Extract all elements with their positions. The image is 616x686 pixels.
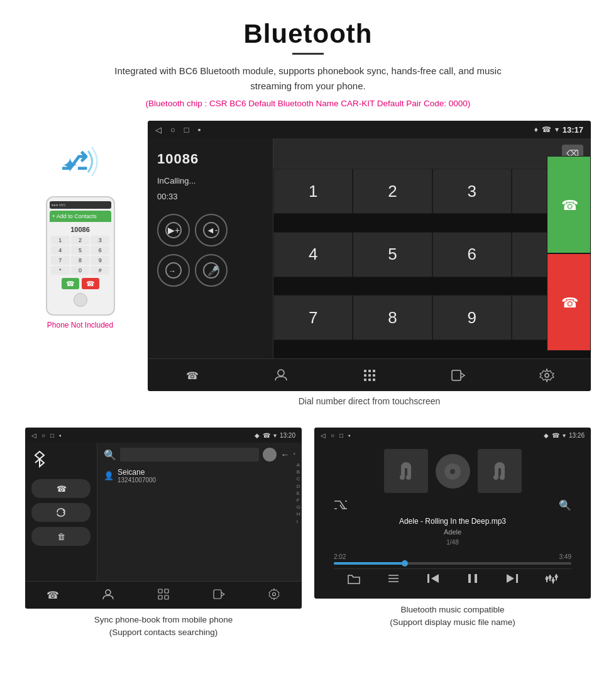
music-progress: 2:02 3:49 — [334, 553, 571, 565]
car-nav-settings[interactable] — [539, 368, 554, 383]
music-album-center — [436, 454, 470, 489]
svg-rect-15 — [373, 370, 375, 372]
page-title: Bluetooth — [25, 19, 591, 49]
pb-nav-grid[interactable] — [157, 588, 170, 603]
music-search-icon[interactable]: 🔍 — [559, 499, 571, 513]
pb-nav-settings[interactable] — [268, 588, 280, 603]
music-album-right — [478, 449, 522, 493]
svg-rect-43 — [427, 574, 429, 583]
pb-alphabet-index: ABCDEFGHI — [297, 462, 300, 525]
dial-key-7[interactable]: 7 — [273, 295, 353, 340]
menu-icon: ▪ — [198, 125, 201, 135]
svg-marker-42 — [431, 574, 439, 583]
music-prev-icon[interactable] — [426, 573, 440, 589]
car-right-icons: ♦ ☎ ▾ 13:17 — [534, 125, 583, 135]
phone-call-buttons: ☎ ☎ — [62, 278, 99, 289]
svg-rect-28 — [165, 589, 168, 593]
music-artist: Adele — [399, 527, 506, 538]
music-status-bar: ◁ ○ □ ▪ ◆ ☎ ▾ 13:26 — [314, 428, 591, 443]
svg-rect-13 — [364, 370, 366, 372]
pb-bottom-nav: ☎ — [25, 581, 302, 609]
svg-rect-45 — [475, 574, 477, 583]
car-nav-calls[interactable]: ☎ — [185, 368, 200, 383]
car-dialpad: ⌫ 1 2 3 * 4 5 6 0 7 — [273, 138, 591, 358]
dial-key-8[interactable]: 8 — [353, 295, 432, 340]
svg-rect-19 — [364, 379, 366, 381]
pb-wifi-icon: ▾ — [273, 432, 277, 439]
svg-text:🗑: 🗑 — [57, 532, 65, 541]
volume-down-button[interactable]: ◄- — [195, 214, 228, 246]
dial-key-5[interactable]: 5 — [353, 232, 432, 277]
car-calling-status: InCalling... — [157, 176, 263, 185]
music-album-left — [384, 449, 428, 493]
pb-nav-icons: ◁ ○ □ ▪ — [31, 432, 62, 439]
svg-point-34 — [400, 475, 405, 480]
music-progress-bar-bg[interactable] — [334, 562, 571, 565]
call-button[interactable]: ☎ — [547, 156, 591, 253]
svg-text:☎: ☎ — [186, 370, 199, 381]
music-phone-icon: ☎ — [552, 432, 559, 439]
music-location-icon: ◆ — [544, 432, 549, 439]
pb-nav-transfer[interactable] — [212, 588, 225, 603]
pb-call-button[interactable]: ☎ — [31, 479, 91, 498]
pb-left-column: ☎ 🗑 — [25, 443, 97, 581]
pb-contact-icon: 👤 — [104, 471, 114, 480]
svg-marker-46 — [507, 574, 514, 583]
music-eq-icon[interactable] — [545, 573, 559, 589]
dial-caption: Dial number direct from touchscreen — [148, 396, 591, 409]
dial-key-2[interactable]: 2 — [353, 169, 432, 214]
car-call-timer: 00:33 — [157, 192, 263, 201]
header-description: Integrated with BC6 Bluetooth module, su… — [94, 64, 522, 94]
dial-key-6[interactable]: 6 — [432, 232, 512, 277]
dial-key-3[interactable]: 3 — [432, 169, 512, 214]
header-specs: (Bluetooth chip : CSR BC6 Default Blueto… — [25, 99, 591, 108]
pb-delete-button[interactable]: 🗑 — [31, 527, 91, 546]
main-area: ✦ ⎇ ●●● Mt5 + Add to Contacts 10086 123 — [0, 114, 616, 421]
pb-nav-calls[interactable]: ☎ — [47, 589, 59, 601]
svg-rect-22 — [452, 370, 461, 380]
pb-right-icons: ◆ ☎ ▾ 13:20 — [255, 432, 295, 439]
car-nav-contacts[interactable] — [273, 368, 289, 383]
svg-rect-14 — [368, 370, 371, 372]
pb-right-column: 🔍 ← * 👤 Seicane 13241007000 — [97, 443, 302, 581]
svg-text:⎇: ⎇ — [60, 148, 88, 175]
car-nav-dialpad[interactable] — [362, 368, 377, 383]
phone-graphic-area: ✦ ⎇ ●●● Mt5 + Add to Contacts 10086 123 — [25, 121, 135, 329]
music-wifi-icon: ▾ — [563, 432, 566, 439]
dial-key-4[interactable]: 4 — [273, 232, 353, 277]
svg-point-32 — [273, 592, 276, 595]
svg-text:▶+: ▶+ — [168, 225, 180, 235]
pb-search-input[interactable] — [120, 448, 259, 462]
music-list-icon[interactable] — [387, 573, 400, 589]
pb-nav-contacts[interactable] — [102, 588, 114, 603]
music-recent-icon: □ — [339, 432, 343, 439]
svg-rect-30 — [165, 595, 168, 599]
pb-back-btn[interactable]: ← — [280, 450, 289, 460]
dial-key-1[interactable]: 1 — [273, 169, 353, 214]
pb-location-icon: ◆ — [255, 432, 260, 439]
dial-key-9[interactable]: 9 — [432, 295, 512, 340]
music-next-icon[interactable] — [505, 573, 519, 589]
music-home-icon: ○ — [331, 432, 334, 439]
car-bottom-nav: ☎ — [148, 358, 591, 391]
svg-rect-20 — [368, 379, 371, 381]
music-time-row: 2:02 3:49 — [334, 553, 571, 560]
mute-button[interactable]: 🎤 — [195, 254, 228, 287]
car-status-bar: ◁ ○ □ ▪ ♦ ☎ ▾ 13:17 — [148, 121, 591, 138]
car-nav-transfer[interactable] — [451, 368, 466, 383]
svg-point-26 — [106, 590, 111, 595]
car-dialpad-grid: 1 2 3 * 4 5 6 0 7 8 9 # — [273, 169, 591, 358]
music-menu-icon: ▪ — [348, 432, 351, 439]
music-folder-icon[interactable] — [347, 573, 361, 589]
hangup-button[interactable]: ☎ — [547, 253, 591, 351]
music-shuffle-icon[interactable] — [334, 499, 348, 513]
pb-sync-button[interactable] — [31, 503, 91, 522]
car-call-controls: ▶+ ◄- — [157, 214, 263, 246]
music-shuffle-search: 🔍 — [334, 499, 571, 513]
car-call-info: 10086 InCalling... 00:33 ▶+ — [148, 138, 273, 358]
music-right-icons: ◆ ☎ ▾ 13:26 — [544, 432, 585, 439]
music-play-pause-icon[interactable] — [466, 573, 480, 589]
volume-up-button[interactable]: ▶+ — [157, 214, 190, 246]
music-nav-icons: ◁ ○ □ ▪ — [321, 432, 351, 439]
transfer-button[interactable]: → — [157, 254, 190, 287]
